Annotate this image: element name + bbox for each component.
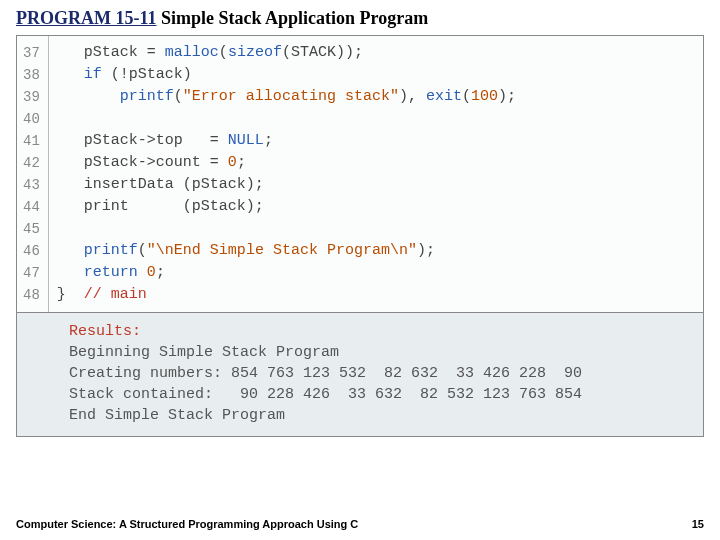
code-area: 37 38 39 40 41 42 43 44 45 46 47 48 pSta… [17,36,703,312]
code-line: return 0; [57,262,695,284]
code-box: 37 38 39 40 41 42 43 44 45 46 47 48 pSta… [16,35,704,437]
code-line: pStack = malloc(sizeof(STACK)); [57,42,695,64]
code-line: printf("\nEnd Simple Stack Program\n"); [57,240,695,262]
code-line: pStack->top = NULL; [57,130,695,152]
program-title: PROGRAM 15-11 Simple Stack Application P… [16,8,704,29]
line-number-gutter: 37 38 39 40 41 42 43 44 45 46 47 48 [17,36,49,312]
footer: Computer Science: A Structured Programmi… [16,518,704,530]
code-line: print (pStack); [57,196,695,218]
results-panel: Results: Beginning Simple Stack Program … [17,312,703,436]
code-line: pStack->count = 0; [57,152,695,174]
code-line: insertData (pStack); [57,174,695,196]
code-line [57,108,695,130]
code-line [57,218,695,240]
title-prefix: PROGRAM 15-11 [16,8,156,28]
footer-left: Computer Science: A Structured Programmi… [16,518,358,530]
title-rest: Simple Stack Application Program [161,8,428,28]
code-content: pStack = malloc(sizeof(STACK)); if (!pSt… [49,36,703,312]
code-line: } // main [57,284,695,306]
code-line: if (!pStack) [57,64,695,86]
slide: PROGRAM 15-11 Simple Stack Application P… [0,0,720,437]
footer-page: 15 [692,518,704,530]
code-line: printf("Error allocating stack"), exit(1… [57,86,695,108]
results-label: Results: [69,323,141,340]
